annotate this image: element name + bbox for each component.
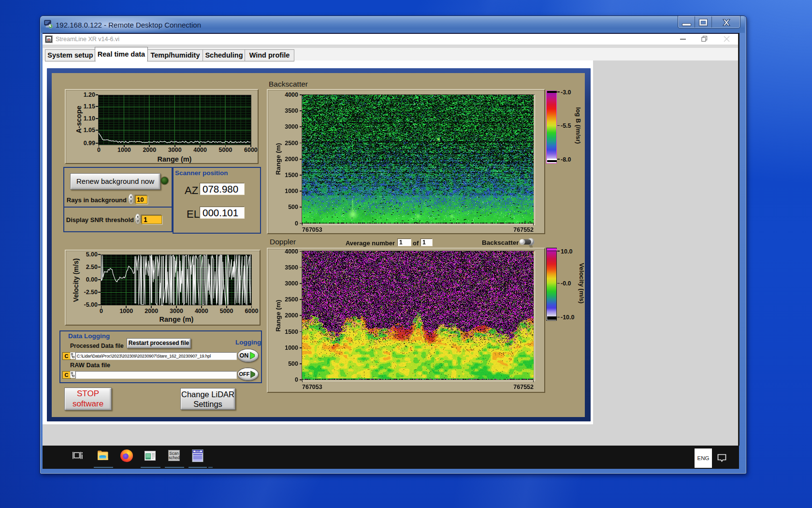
svg-text:9EIER: 9EIER <box>195 450 201 452</box>
